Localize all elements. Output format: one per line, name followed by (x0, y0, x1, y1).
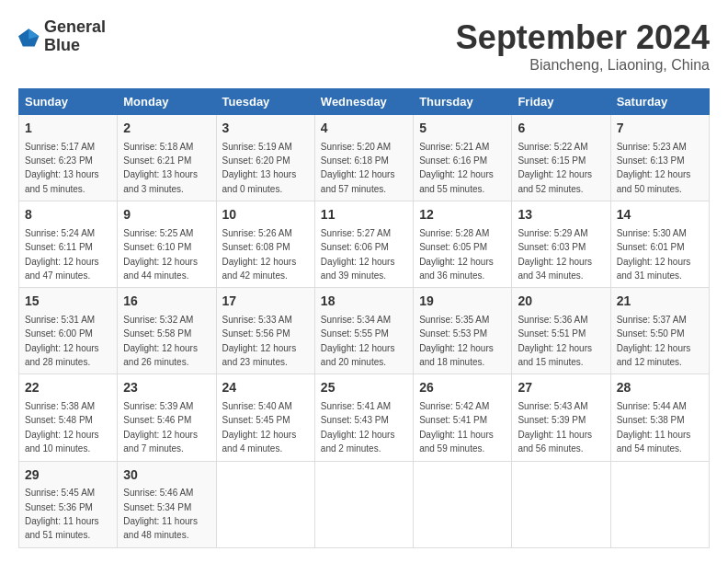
day-number: 6 (518, 120, 604, 138)
logo-text: General Blue (44, 18, 106, 55)
col-friday: Friday (512, 89, 610, 115)
day-info: Sunrise: 5:23 AM Sunset: 6:13 PM Dayligh… (617, 142, 691, 194)
day-number: 13 (518, 206, 604, 224)
col-wednesday: Wednesday (314, 89, 413, 115)
col-sunday: Sunday (19, 89, 118, 115)
calendar-week-row: 1 Sunrise: 5:17 AM Sunset: 6:23 PM Dayli… (19, 115, 710, 201)
table-row (610, 461, 709, 547)
day-info: Sunrise: 5:18 AM Sunset: 6:21 PM Dayligh… (123, 142, 198, 194)
day-number: 25 (321, 379, 407, 397)
day-info: Sunrise: 5:44 AM Sunset: 5:38 PM Dayligh… (617, 401, 691, 454)
day-number: 3 (222, 120, 309, 138)
day-info: Sunrise: 5:41 AM Sunset: 5:43 PM Dayligh… (321, 401, 395, 454)
table-row: 27 Sunrise: 5:43 AM Sunset: 5:39 PM Dayl… (512, 374, 610, 461)
table-row: 4 Sunrise: 5:20 AM Sunset: 6:18 PM Dayli… (314, 115, 413, 201)
day-number: 12 (419, 206, 506, 224)
table-row: 11 Sunrise: 5:27 AM Sunset: 6:06 PM Dayl… (314, 201, 413, 288)
day-info: Sunrise: 5:24 AM Sunset: 6:11 PM Dayligh… (25, 228, 99, 281)
col-saturday: Saturday (610, 89, 709, 115)
table-row: 7 Sunrise: 5:23 AM Sunset: 6:13 PM Dayli… (610, 115, 709, 201)
day-number: 29 (25, 466, 111, 485)
col-thursday: Thursday (414, 89, 512, 115)
day-number: 16 (123, 293, 210, 311)
day-info: Sunrise: 5:25 AM Sunset: 6:10 PM Dayligh… (123, 228, 198, 281)
table-row: 19 Sunrise: 5:35 AM Sunset: 5:53 PM Dayl… (414, 288, 512, 374)
calendar-week-row: 22 Sunrise: 5:38 AM Sunset: 5:48 PM Dayl… (19, 374, 710, 461)
day-info: Sunrise: 5:33 AM Sunset: 5:56 PM Dayligh… (222, 315, 297, 367)
day-info: Sunrise: 5:26 AM Sunset: 6:08 PM Dayligh… (222, 228, 297, 281)
day-info: Sunrise: 5:34 AM Sunset: 5:55 PM Dayligh… (321, 315, 395, 367)
day-number: 27 (518, 379, 604, 397)
day-number: 11 (321, 206, 407, 224)
day-info: Sunrise: 5:21 AM Sunset: 6:16 PM Dayligh… (419, 142, 494, 194)
table-row: 30 Sunrise: 5:46 AM Sunset: 5:34 PM Dayl… (118, 461, 216, 547)
table-row: 9 Sunrise: 5:25 AM Sunset: 6:10 PM Dayli… (118, 201, 216, 288)
table-row: 5 Sunrise: 5:21 AM Sunset: 6:16 PM Dayli… (414, 115, 512, 201)
table-row: 14 Sunrise: 5:30 AM Sunset: 6:01 PM Dayl… (610, 201, 709, 288)
table-row: 18 Sunrise: 5:34 AM Sunset: 5:55 PM Dayl… (314, 288, 413, 374)
table-row: 16 Sunrise: 5:32 AM Sunset: 5:58 PM Dayl… (118, 288, 216, 374)
day-number: 28 (617, 379, 703, 397)
calendar-week-row: 29 Sunrise: 5:45 AM Sunset: 5:36 PM Dayl… (19, 461, 710, 547)
table-row: 21 Sunrise: 5:37 AM Sunset: 5:50 PM Dayl… (610, 288, 709, 374)
day-number: 14 (617, 206, 703, 224)
table-row (216, 461, 314, 547)
table-row: 12 Sunrise: 5:28 AM Sunset: 6:05 PM Dayl… (414, 201, 512, 288)
day-number: 1 (25, 120, 111, 138)
day-info: Sunrise: 5:43 AM Sunset: 5:39 PM Dayligh… (518, 401, 592, 454)
table-row: 15 Sunrise: 5:31 AM Sunset: 6:00 PM Dayl… (19, 288, 118, 374)
day-number: 2 (123, 120, 210, 138)
day-info: Sunrise: 5:40 AM Sunset: 5:45 PM Dayligh… (222, 401, 297, 454)
month-title: September 2024 (456, 18, 710, 57)
day-info: Sunrise: 5:42 AM Sunset: 5:41 PM Dayligh… (419, 401, 494, 454)
calendar-week-row: 8 Sunrise: 5:24 AM Sunset: 6:11 PM Dayli… (19, 201, 710, 288)
day-number: 20 (518, 293, 604, 311)
col-monday: Monday (118, 89, 216, 115)
day-info: Sunrise: 5:45 AM Sunset: 5:36 PM Dayligh… (25, 488, 99, 540)
day-number: 17 (222, 293, 309, 311)
day-number: 9 (123, 206, 210, 224)
day-number: 8 (25, 206, 111, 224)
day-number: 5 (419, 120, 506, 138)
table-row: 6 Sunrise: 5:22 AM Sunset: 6:15 PM Dayli… (512, 115, 610, 201)
day-info: Sunrise: 5:30 AM Sunset: 6:01 PM Dayligh… (617, 228, 691, 281)
calendar-header-row: Sunday Monday Tuesday Wednesday Thursday… (19, 89, 710, 115)
day-number: 7 (617, 120, 703, 138)
table-row: 17 Sunrise: 5:33 AM Sunset: 5:56 PM Dayl… (216, 288, 314, 374)
table-row: 20 Sunrise: 5:36 AM Sunset: 5:51 PM Dayl… (512, 288, 610, 374)
table-row (512, 461, 610, 547)
table-row: 3 Sunrise: 5:19 AM Sunset: 6:20 PM Dayli… (216, 115, 314, 201)
table-row: 28 Sunrise: 5:44 AM Sunset: 5:38 PM Dayl… (610, 374, 709, 461)
day-info: Sunrise: 5:27 AM Sunset: 6:06 PM Dayligh… (321, 228, 395, 281)
day-number: 15 (25, 293, 111, 311)
table-row: 2 Sunrise: 5:18 AM Sunset: 6:21 PM Dayli… (118, 115, 216, 201)
table-row: 8 Sunrise: 5:24 AM Sunset: 6:11 PM Dayli… (19, 201, 118, 288)
table-row: 23 Sunrise: 5:39 AM Sunset: 5:46 PM Dayl… (118, 374, 216, 461)
day-number: 19 (419, 293, 506, 311)
day-info: Sunrise: 5:35 AM Sunset: 5:53 PM Dayligh… (419, 315, 494, 367)
table-row: 25 Sunrise: 5:41 AM Sunset: 5:43 PM Dayl… (314, 374, 413, 461)
table-row: 26 Sunrise: 5:42 AM Sunset: 5:41 PM Dayl… (414, 374, 512, 461)
day-number: 24 (222, 379, 309, 397)
day-number: 10 (222, 206, 309, 224)
calendar-week-row: 15 Sunrise: 5:31 AM Sunset: 6:00 PM Dayl… (19, 288, 710, 374)
day-info: Sunrise: 5:46 AM Sunset: 5:34 PM Dayligh… (123, 488, 198, 540)
day-info: Sunrise: 5:37 AM Sunset: 5:50 PM Dayligh… (617, 315, 691, 367)
day-info: Sunrise: 5:31 AM Sunset: 6:00 PM Dayligh… (25, 315, 99, 367)
day-info: Sunrise: 5:32 AM Sunset: 5:58 PM Dayligh… (123, 315, 198, 367)
day-number: 4 (321, 120, 407, 138)
day-info: Sunrise: 5:28 AM Sunset: 6:05 PM Dayligh… (419, 228, 494, 281)
table-row: 1 Sunrise: 5:17 AM Sunset: 6:23 PM Dayli… (19, 115, 118, 201)
day-number: 21 (617, 293, 703, 311)
day-info: Sunrise: 5:17 AM Sunset: 6:23 PM Dayligh… (25, 142, 99, 194)
table-row (314, 461, 413, 547)
day-info: Sunrise: 5:39 AM Sunset: 5:46 PM Dayligh… (123, 401, 198, 454)
title-block: September 2024 Biancheng, Liaoning, Chin… (456, 18, 710, 74)
day-number: 22 (25, 379, 111, 397)
table-row: 24 Sunrise: 5:40 AM Sunset: 5:45 PM Dayl… (216, 374, 314, 461)
day-info: Sunrise: 5:22 AM Sunset: 6:15 PM Dayligh… (518, 142, 592, 194)
location-title: Biancheng, Liaoning, China (456, 57, 710, 74)
calendar-table: Sunday Monday Tuesday Wednesday Thursday… (18, 88, 710, 548)
day-number: 18 (321, 293, 407, 311)
day-info: Sunrise: 5:36 AM Sunset: 5:51 PM Dayligh… (518, 315, 592, 367)
